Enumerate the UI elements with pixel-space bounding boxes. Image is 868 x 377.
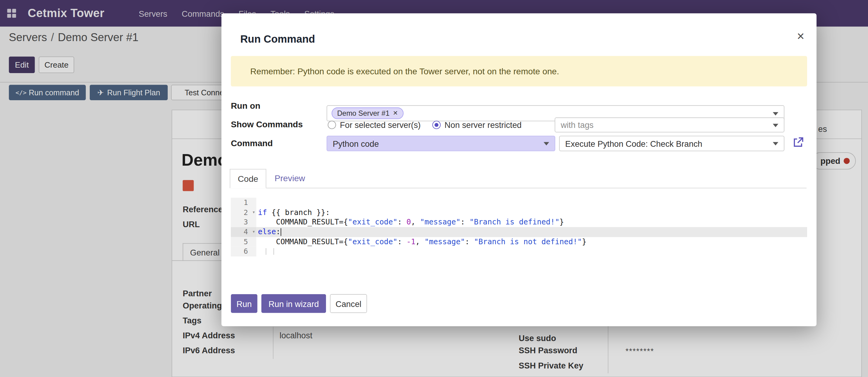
tab-code[interactable]: Code <box>230 169 266 188</box>
indent-guide <box>274 249 274 255</box>
command-select[interactable]: Execute Python Code: Check Branch <box>559 136 784 151</box>
radio-non-server-restricted[interactable] <box>432 121 441 129</box>
tabs-underline <box>230 188 807 188</box>
code-editor[interactable]: 12▾if {{ branch }}:3 COMMAND_RESULT={"ex… <box>231 198 807 256</box>
screen: Cetmix Tower ServersCommandsFilesToolsSe… <box>0 0 868 377</box>
radio-for-selected-servers-label[interactable]: For selected server(s) <box>340 120 421 130</box>
code-line-1[interactable]: 1 <box>231 198 807 207</box>
line-number: 2▾ <box>231 208 256 218</box>
modal-title: Run Command <box>240 33 315 46</box>
code-line-5[interactable]: 5 COMMAND_RESULT={"exit_code": -1, "mess… <box>231 237 807 246</box>
cancel-button[interactable]: Cancel <box>330 294 367 313</box>
code-text <box>256 246 807 256</box>
fold-caret-icon[interactable]: ▾ <box>252 208 255 218</box>
tab-preview[interactable]: Preview <box>275 173 305 183</box>
line-number: 6 <box>231 246 256 256</box>
server-tag-chip[interactable]: Demo Server #1 ✕ <box>332 108 404 119</box>
command-value: Execute Python Code: Check Branch <box>565 139 702 148</box>
text-cursor <box>281 228 281 236</box>
warning-banner: Remember: Python code is executed on the… <box>231 56 807 86</box>
show-commands-label: Show Commands <box>231 120 303 130</box>
code-text: COMMAND_RESULT={"exit_code": 0, "message… <box>256 218 807 227</box>
warning-text: Remember: Python code is executed on the… <box>250 66 559 76</box>
chevron-down-icon <box>773 124 778 127</box>
code-line-3[interactable]: 3 COMMAND_RESULT={"exit_code": 0, "messa… <box>231 218 807 227</box>
code-line-2[interactable]: 2▾if {{ branch }}: <box>231 208 807 218</box>
run-on-label: Run on <box>231 101 260 111</box>
with-tags-placeholder: with tags <box>561 120 594 130</box>
command-label: Command <box>231 139 273 149</box>
with-tags-select[interactable]: with tags <box>555 118 785 133</box>
fold-caret-icon[interactable]: ▾ <box>252 227 255 237</box>
code-line-4[interactable]: 4▾else: <box>231 227 807 237</box>
line-number: 5 <box>231 237 256 246</box>
radio-for-selected-servers[interactable] <box>328 121 336 129</box>
command-type-value: Python code <box>333 139 379 148</box>
run-in-wizard-button[interactable]: Run in wizard <box>261 294 326 313</box>
radio-non-server-restricted-label[interactable]: Non server restricted <box>445 120 522 130</box>
command-type-select[interactable]: Python code <box>327 136 555 151</box>
chevron-down-icon <box>773 112 778 115</box>
code-line-6[interactable]: 6 <box>231 246 807 256</box>
chevron-down-icon <box>544 142 549 146</box>
code-text: else: <box>256 227 807 237</box>
tag-remove-icon[interactable]: ✕ <box>393 110 398 117</box>
chevron-down-icon <box>773 142 778 146</box>
line-number: 3 <box>231 218 256 227</box>
external-link-icon[interactable] <box>793 137 804 148</box>
code-text <box>256 198 807 207</box>
line-number: 1 <box>231 198 256 207</box>
run-command-modal: Run Command × Remember: Python code is e… <box>222 13 816 326</box>
close-icon[interactable]: × <box>797 30 804 42</box>
indent-guide <box>266 249 266 255</box>
code-text: COMMAND_RESULT={"exit_code": -1, "messag… <box>256 237 807 246</box>
run-button[interactable]: Run <box>231 294 257 313</box>
code-text: if {{ branch }}: <box>256 208 807 218</box>
line-number: 4▾ <box>231 227 256 237</box>
